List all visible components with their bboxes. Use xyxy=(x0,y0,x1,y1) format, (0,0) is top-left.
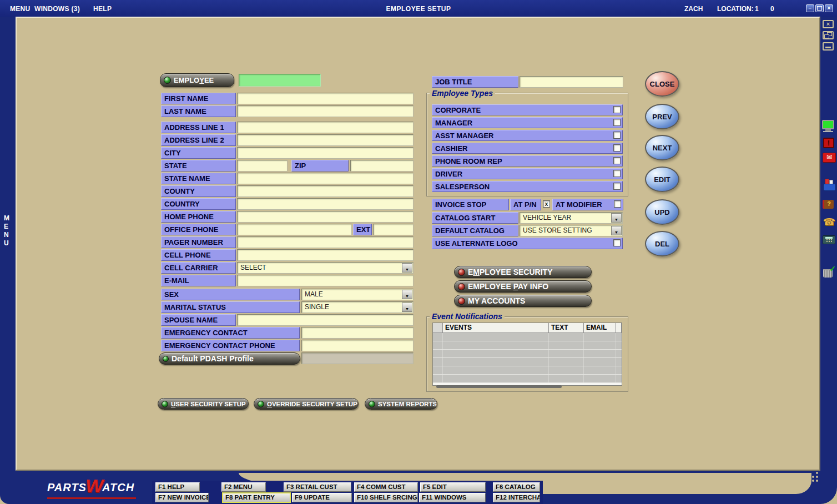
first-name-input[interactable] xyxy=(237,93,414,104)
calculator-icon[interactable] xyxy=(823,235,835,244)
pager-input[interactable] xyxy=(237,236,414,248)
type-cashier-checkbox[interactable] xyxy=(613,144,621,152)
employee-security-button[interactable]: EMPLOYEE SECURITY xyxy=(454,266,592,278)
type-salesperson-checkbox[interactable] xyxy=(613,183,621,190)
event-notifications-table[interactable]: EVENTS TEXT EMAIL xyxy=(432,322,622,386)
type-cashier: CASHIER xyxy=(432,143,623,154)
parts-bin-icon[interactable] xyxy=(823,179,836,192)
fkey-f3[interactable]: F3 RETAIL CUST xyxy=(284,482,351,492)
maximize-button[interactable] xyxy=(815,4,824,12)
fkey-f10[interactable]: F10 SHELF SRCING xyxy=(354,493,418,502)
employee-pay-info-button[interactable]: EMPLOYEE PAY INFO xyxy=(454,280,592,293)
type-asst-manager-checkbox[interactable] xyxy=(613,132,621,139)
fkey-f5[interactable]: F5 EDIT xyxy=(420,482,486,492)
fkey-f4[interactable]: F4 COMM CUST xyxy=(354,482,418,492)
fkey-f12[interactable]: F12 INTERCHANGE xyxy=(493,493,540,502)
default-catalog-select[interactable]: USE STORE SETTING ▼ xyxy=(520,225,623,236)
close-button[interactable]: CLOSE xyxy=(645,71,679,97)
sex-select[interactable]: MALE ▼ xyxy=(301,289,414,300)
rail-minimize-button[interactable] xyxy=(823,42,834,51)
ext-input[interactable] xyxy=(373,224,414,235)
marital-dropdown-button[interactable]: ▼ xyxy=(402,303,412,312)
terminal-icon[interactable] xyxy=(822,120,834,132)
pdash-profile-button[interactable]: Default PDASH Profile xyxy=(159,352,300,365)
employee-button[interactable]: EMPLOYEE xyxy=(160,73,234,87)
close-window-button[interactable]: × xyxy=(825,4,833,12)
at-pn-checkbox[interactable]: x xyxy=(543,200,550,208)
default-catalog-dropdown-button[interactable]: ▼ xyxy=(611,226,622,235)
fkey-f8[interactable]: F8 PART ENTRY xyxy=(223,493,290,502)
fkey-f1[interactable]: F1 HELP xyxy=(155,482,200,492)
title-bar: MENU WINDOWS (3) HELP EMPLOYEE SETUP ZAC… xyxy=(0,0,837,17)
fkey-f6[interactable]: F6 CATALOG xyxy=(493,482,540,492)
employee-number-input[interactable] xyxy=(239,74,321,87)
override-security-setup-button[interactable]: OVERRIDE SECURITY SETUP xyxy=(254,398,359,410)
office-phone-input[interactable] xyxy=(237,224,352,235)
state-name-input[interactable] xyxy=(237,173,414,184)
fkey-f7[interactable]: F7 NEW INVOICE xyxy=(155,493,209,502)
next-button[interactable]: NEXT xyxy=(645,135,679,160)
type-phone-room-rep-checkbox[interactable] xyxy=(613,157,621,164)
manual-icon[interactable]: ? xyxy=(823,200,834,209)
address2-input[interactable] xyxy=(237,134,414,146)
mail-icon[interactable]: ✉ xyxy=(823,153,836,163)
use-alternate-logo-checkbox[interactable] xyxy=(613,239,621,246)
state-input[interactable] xyxy=(237,160,288,172)
page-title: EMPLOYEE SETUP xyxy=(0,5,837,13)
user-security-setup-button[interactable]: USER SECURITY SETUP xyxy=(158,398,249,410)
rail-close-button[interactable]: × xyxy=(823,20,834,28)
home-phone-input[interactable] xyxy=(237,211,414,223)
upd-button[interactable]: UPD xyxy=(645,199,679,225)
county-label: COUNTY xyxy=(161,185,236,197)
type-manager-checkbox[interactable] xyxy=(613,119,621,126)
resize-grip[interactable] xyxy=(804,472,818,485)
at-modifier-checkbox[interactable] xyxy=(614,200,621,208)
emergency-contact-input[interactable] xyxy=(301,327,414,339)
catalog-start-label: CATALOG START xyxy=(432,212,518,224)
sex-dropdown-button[interactable]: ▼ xyxy=(402,290,412,299)
email-input[interactable] xyxy=(237,275,414,286)
country-input[interactable] xyxy=(237,198,414,210)
job-title-input[interactable] xyxy=(520,76,623,88)
fkey-f9[interactable]: F9 UPDATE xyxy=(292,493,352,502)
last-name-input[interactable] xyxy=(237,105,414,117)
fkey-f11[interactable]: F11 WINDOWS xyxy=(419,493,486,502)
cell-phone-input[interactable] xyxy=(237,249,414,261)
emergency-contact-label: EMERGENCY CONTACT xyxy=(161,327,300,339)
prev-button[interactable]: PREV xyxy=(645,104,679,129)
emergency-phone-input[interactable] xyxy=(301,340,414,351)
zip-input[interactable] xyxy=(350,160,414,172)
address1-input[interactable] xyxy=(237,122,414,133)
table-horizontal-scrollbar[interactable] xyxy=(436,385,562,388)
check-glyph: ✓ xyxy=(829,264,836,273)
state-label: STATE xyxy=(161,160,236,172)
rail-restore-button[interactable] xyxy=(823,31,834,39)
spouse-name-input[interactable] xyxy=(237,314,414,326)
user-name: ZACH xyxy=(684,5,703,13)
type-driver-checkbox[interactable] xyxy=(613,170,621,177)
employee-types-title: Employee Types xyxy=(430,89,495,98)
cell-carrier-select[interactable]: SELECT ▼ xyxy=(237,262,414,274)
location-label: LOCATION: xyxy=(717,5,754,13)
alert-icon[interactable]: ! xyxy=(823,138,834,148)
fkey-f2[interactable]: F2 MENU xyxy=(221,482,266,492)
del-button[interactable]: DEL xyxy=(645,231,679,256)
catalog-start-dropdown-button[interactable]: ▼ xyxy=(611,213,622,223)
pdash-profile-input[interactable] xyxy=(301,352,414,364)
event-notifications-title: Event Notifications xyxy=(430,312,505,321)
marital-status-select[interactable]: SINGLE ▼ xyxy=(301,301,414,313)
table-row xyxy=(433,358,622,366)
catalog-start-select[interactable]: VEHICLE YEAR ▼ xyxy=(520,212,623,224)
system-reports-button[interactable]: SYSTEM REPORTS xyxy=(365,398,437,410)
type-corporate-checkbox[interactable] xyxy=(613,106,621,113)
my-accounts-button[interactable]: MY ACCOUNTS xyxy=(454,295,592,307)
city-input[interactable] xyxy=(237,147,414,159)
phone-icon[interactable]: ☎ xyxy=(823,216,836,228)
trash-icon[interactable]: ✓ xyxy=(823,265,836,278)
edit-button[interactable]: EDIT xyxy=(645,167,679,192)
county-input[interactable] xyxy=(237,185,414,197)
chevron-down-icon: ▼ xyxy=(614,229,619,236)
cell-carrier-dropdown-button[interactable]: ▼ xyxy=(402,263,412,273)
minimize-button[interactable]: − xyxy=(806,4,814,12)
employee-security-label: EMPLOYEE SECURITY xyxy=(468,268,552,276)
